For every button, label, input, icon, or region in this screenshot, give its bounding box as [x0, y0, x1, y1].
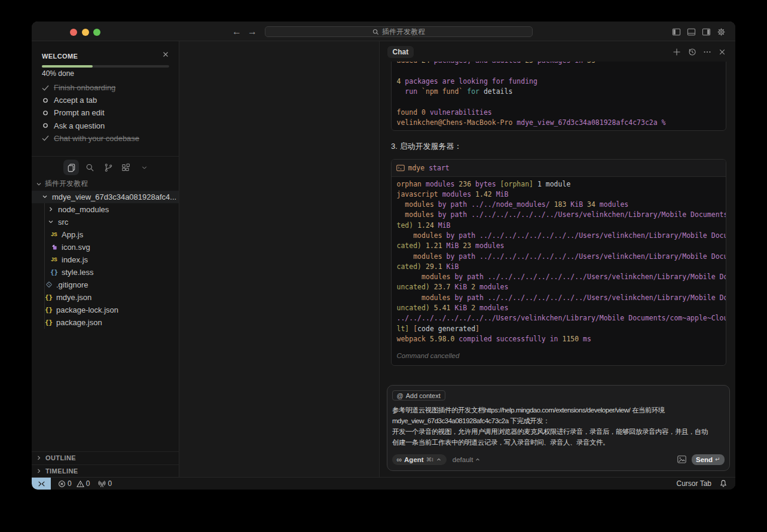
less-file-icon: {}	[50, 268, 58, 276]
cursor-tab-status[interactable]: Cursor Tab	[677, 479, 711, 488]
tree-row-app-js[interactable]: JS App.js	[32, 228, 179, 241]
circle-icon	[41, 96, 50, 105]
return-key-icon: ↵	[715, 456, 720, 463]
terminal-icon	[396, 164, 405, 172]
terminal-output-2-text: orphan modules 236 bytes [orphan] 1 modu…	[392, 177, 726, 344]
welcome-title: WELCOME	[42, 53, 78, 60]
tree-row-package-json[interactable]: {} package.json	[32, 316, 179, 329]
model-selector[interactable]: default	[453, 456, 481, 463]
chat-input-text[interactable]: 参考明道云视图插件的开发文档https://help.mingdao.com/e…	[392, 405, 726, 448]
maximize-window-button[interactable]	[93, 29, 100, 36]
titlebar-search[interactable]: 插件开发教程	[265, 26, 533, 37]
search-icon[interactable]	[82, 160, 98, 175]
radio-tower-icon	[98, 480, 106, 488]
source-control-icon[interactable]	[100, 160, 116, 175]
mode-selector[interactable]: ∞ Agent ⌘I	[392, 454, 447, 465]
app-window: ← → 插件开发教程	[32, 22, 735, 490]
toggle-secondary-sidebar-icon[interactable]	[702, 27, 711, 36]
check-icon	[41, 134, 50, 142]
json-file-icon: {}	[45, 318, 53, 326]
at-icon: @	[397, 392, 404, 399]
minimize-window-button[interactable]	[82, 29, 89, 36]
tree-row-folder-root[interactable]: mdye_view_67d3c34a081928afc4...	[32, 191, 179, 203]
extensions-icon[interactable]	[118, 160, 134, 175]
tree-row-style-less[interactable]: {} style.less	[32, 266, 179, 279]
git-file-icon	[45, 280, 53, 289]
welcome-item-chat-with-codebase[interactable]: Chat with your codebase	[32, 132, 179, 145]
tree-row-node-modules[interactable]: node_modules	[32, 203, 179, 216]
welcome-progress-label: 40% done	[42, 69, 74, 78]
send-button[interactable]: Send ↵	[692, 454, 725, 465]
welcome-item-ask-a-question[interactable]: Ask a question	[32, 120, 179, 132]
close-window-button[interactable]	[70, 29, 77, 36]
welcome-item-finish-onboarding[interactable]: Finish onboarding	[32, 81, 179, 94]
chevron-right-icon	[47, 206, 54, 213]
command-cancelled-label: Command cancelled	[397, 352, 726, 359]
chevron-right-icon	[35, 454, 42, 461]
attach-image-icon[interactable]	[677, 455, 686, 463]
welcome-close-icon[interactable]	[161, 50, 170, 59]
welcome-item-accept-a-tab[interactable]: Accept a tab	[32, 94, 179, 106]
terminal-command-header: mdye start	[392, 160, 726, 177]
remote-indicator[interactable]	[32, 478, 51, 490]
terminal-command-block: mdye start orphan modules 236 bytes [orp…	[391, 159, 726, 366]
tree-row-src[interactable]: src	[32, 216, 179, 228]
chat-tabbar: Chat	[380, 41, 735, 62]
explorer-section-header[interactable]: 插件开发教程	[32, 178, 179, 189]
explorer-files-icon[interactable]	[63, 160, 79, 175]
tree-row-index-js[interactable]: JS index.js	[32, 253, 179, 266]
editor-area	[179, 41, 379, 477]
add-context-button[interactable]: @ Add context	[392, 390, 445, 400]
chat-step-heading: 3. 启动开发服务器：	[391, 141, 462, 152]
statusbar: 0 0 0 Cursor Tab	[32, 477, 735, 490]
chevron-down-icon	[35, 181, 42, 188]
bell-icon[interactable]	[719, 479, 728, 488]
circle-icon	[41, 109, 50, 117]
problems-indicator[interactable]: 0 0	[58, 479, 90, 488]
terminal-output-block-1: added 24 packages, and audited 25 packag…	[391, 62, 726, 131]
chat-scroll-area[interactable]: added 24 packages, and audited 25 packag…	[380, 62, 735, 384]
circle-icon	[41, 121, 50, 130]
history-icon[interactable]	[688, 48, 696, 56]
sidebar-divider	[32, 156, 179, 157]
terminal-command-text: mdye start	[408, 164, 450, 172]
tree-row-mdye-json[interactable]: {} mdye.json	[32, 291, 179, 304]
tab-chat[interactable]: Chat	[387, 46, 414, 58]
titlebar-search-text: 插件开发教程	[382, 27, 425, 37]
welcome-item-prompt-an-edit[interactable]: Prompt an edit	[32, 106, 179, 119]
sidebar: WELCOME 40% done Finish onboarding	[32, 41, 179, 477]
close-icon[interactable]	[718, 48, 726, 56]
new-chat-icon[interactable]	[673, 48, 681, 56]
timeline-section-header[interactable]: TIMELINE	[32, 464, 179, 478]
tree-row-package-lock-json[interactable]: {} package-lock.json	[32, 304, 179, 316]
tree-row-gitignore[interactable]: .gitignore	[32, 279, 179, 291]
js-file-icon: JS	[50, 255, 58, 264]
chat-panel: Chat	[379, 41, 735, 477]
infinity-icon: ∞	[397, 456, 402, 463]
chevron-up-icon	[436, 457, 442, 463]
toggle-sidebar-icon[interactable]	[672, 27, 681, 36]
welcome-progress-fill	[42, 65, 93, 68]
welcome-checklist: Finish onboarding Accept a tab Prompt an…	[32, 81, 179, 145]
tree-row-icon-svg[interactable]: icon.svg	[32, 241, 179, 253]
chevron-down-icon[interactable]	[137, 160, 152, 175]
back-arrow-icon[interactable]: ←	[230, 22, 243, 41]
sidebar-bottom-panels: OUTLINE TIMELINE	[32, 451, 179, 477]
file-tree: mdye_view_67d3c34a081928afc4... node_mod…	[32, 191, 179, 329]
gear-icon[interactable]	[717, 27, 726, 36]
search-icon	[372, 29, 379, 35]
warnings-icon	[77, 480, 84, 488]
ports-indicator[interactable]: 0	[98, 479, 112, 488]
activity-icon-row	[32, 160, 179, 175]
titlebar: ← → 插件开发教程	[32, 22, 735, 41]
chevron-down-icon	[47, 218, 54, 225]
chevron-right-icon	[35, 467, 42, 475]
toggle-panel-icon[interactable]	[687, 27, 696, 36]
forward-arrow-icon[interactable]: →	[246, 22, 259, 41]
chat-input-box[interactable]: @ Add context 参考明道云视图插件的开发文档https://help…	[387, 385, 730, 472]
chat-input-controls: ∞ Agent ⌘I default	[392, 454, 725, 465]
more-actions-icon[interactable]	[703, 48, 711, 56]
outline-section-header[interactable]: OUTLINE	[32, 451, 179, 464]
svg-file-icon	[50, 243, 58, 251]
errors-icon	[58, 480, 66, 488]
